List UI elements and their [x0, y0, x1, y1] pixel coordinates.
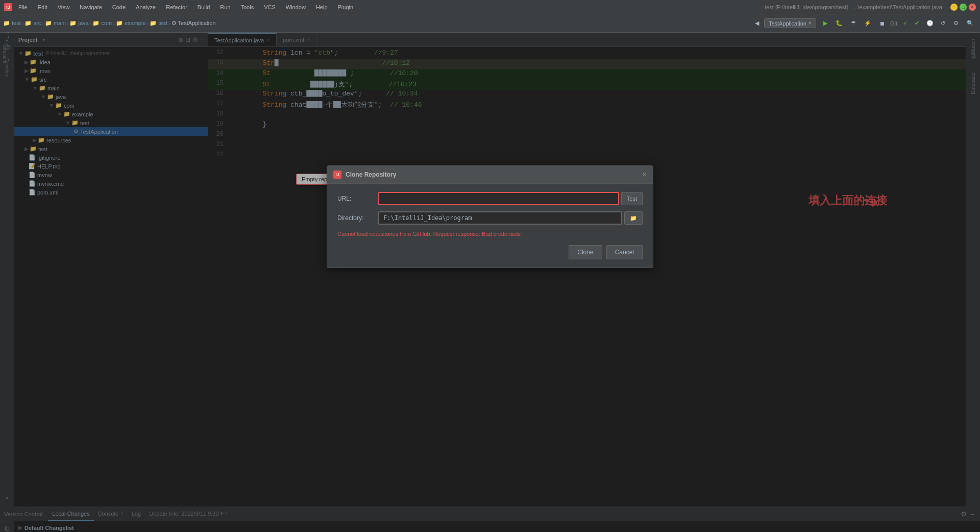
maximize-button[interactable]: □	[960, 4, 967, 11]
back-button[interactable]: ◀	[752, 18, 762, 28]
menu-bar: File Edit View Navigate Code Analyze Ref…	[16, 3, 355, 11]
run-config-name: TestApplication	[769, 20, 806, 27]
stop-button[interactable]: ⏹	[876, 19, 888, 28]
breadcrumb-src[interactable]: 📁 src	[24, 20, 41, 27]
dialog-title: Clone Repository	[346, 171, 396, 178]
menu-run[interactable]: Run	[218, 3, 232, 11]
menu-file[interactable]: File	[16, 3, 30, 11]
dialog-app-icon: IJ	[333, 171, 341, 179]
url-input-group: Test	[378, 192, 643, 205]
breadcrumb-test[interactable]: 📁 test	[3, 20, 21, 27]
debug-button[interactable]: 🐛	[832, 18, 846, 28]
url-label: URL:	[337, 195, 378, 202]
dialog-error-text: Cannot load repositories from GitHub: Re…	[337, 231, 643, 237]
browse-button[interactable]: 📁	[624, 211, 643, 225]
menu-help[interactable]: Help	[314, 3, 330, 11]
menu-view[interactable]: View	[56, 3, 72, 11]
menu-code[interactable]: Code	[110, 3, 128, 11]
breadcrumb-com[interactable]: 📁 com	[92, 20, 112, 27]
run-config-selector[interactable]: TestApplication ▾	[764, 18, 816, 28]
run-config-arrow: ▾	[808, 20, 812, 27]
dialog-close-button[interactable]: ×	[642, 170, 647, 179]
url-field: URL: Test	[337, 192, 643, 205]
git-controls: Git: ✓ ✔ 🕒 ↺	[890, 18, 948, 28]
menu-tools[interactable]: Tools	[238, 3, 256, 11]
minimize-button[interactable]: −	[950, 4, 958, 11]
git-tick-button[interactable]: ✔	[912, 18, 922, 28]
directory-field: Directory: 📁	[337, 211, 643, 225]
coverage-button[interactable]: ☂	[848, 18, 859, 28]
clone-button[interactable]: Clone	[569, 245, 602, 259]
close-button[interactable]: ×	[969, 4, 976, 11]
menu-edit[interactable]: Edit	[36, 3, 50, 11]
git-check-button[interactable]: ✓	[900, 18, 911, 28]
run-button[interactable]: ▶	[820, 18, 830, 28]
menu-vcs[interactable]: VCS	[262, 3, 278, 11]
test-button[interactable]: Test	[621, 192, 643, 205]
dialog-body: URL: Test Directory: 📁 Cannot load repos…	[327, 184, 653, 268]
breadcrumb-java[interactable]: 📁 java	[69, 20, 88, 27]
breadcrumb-example[interactable]: 📁 example	[116, 20, 146, 27]
directory-input-group: 📁	[378, 211, 643, 225]
directory-label: Directory:	[337, 214, 378, 222]
profile-button[interactable]: ⚡	[861, 18, 874, 28]
git-label: Git:	[890, 20, 899, 27]
dialog-overlay: IJ Clone Repository × URL: Test Director…	[0, 33, 980, 532]
cancel-button[interactable]: Cancel	[606, 245, 643, 259]
dialog-actions: Clone Cancel	[337, 245, 643, 259]
breadcrumb-main[interactable]: 📁 main	[45, 20, 66, 27]
search-button[interactable]: 🔍	[964, 18, 977, 28]
title-bar: IJ File Edit View Navigate Code Analyze …	[0, 0, 980, 14]
clone-dialog: IJ Clone Repository × URL: Test Director…	[327, 165, 653, 268]
menu-window[interactable]: Window	[284, 3, 308, 11]
dialog-header: IJ Clone Repository ×	[327, 166, 653, 184]
toolbar: 📁 test › 📁 src › 📁 main › 📁 java › 📁 com…	[0, 14, 980, 33]
menu-refactor[interactable]: Refactor	[164, 3, 189, 11]
breadcrumb: 📁 test › 📁 src › 📁 main › 📁 java › 📁 com…	[3, 20, 216, 27]
app-icon: IJ	[4, 3, 12, 11]
window-controls: − □ ×	[950, 4, 976, 11]
menu-build[interactable]: Build	[195, 3, 212, 11]
url-input[interactable]	[378, 192, 619, 205]
menu-plugin[interactable]: Plugin	[336, 3, 356, 11]
breadcrumb-test2[interactable]: 📁 test	[150, 20, 167, 27]
menu-navigate[interactable]: Navigate	[78, 3, 104, 11]
menu-analyze[interactable]: Analyze	[134, 3, 158, 11]
breadcrumb-file[interactable]: ⚙ TestApplication	[172, 20, 216, 27]
settings-button[interactable]: ⚙	[950, 18, 962, 28]
git-history-button[interactable]: 🕒	[923, 18, 937, 28]
window-title: test [F:\IntelliJ_Idea\program\test] - .…	[765, 4, 942, 10]
directory-input[interactable]	[378, 211, 622, 225]
git-revert-button[interactable]: ↺	[938, 18, 948, 28]
